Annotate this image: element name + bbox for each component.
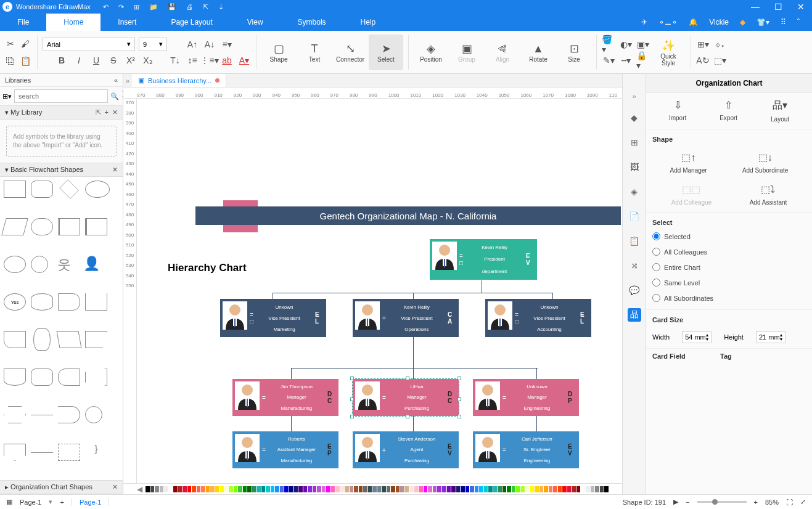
- color-swatch[interactable]: [539, 486, 544, 492]
- shadow-icon[interactable]: ◐▾: [619, 38, 633, 51]
- collapse-left-icon[interactable]: «: [114, 76, 118, 84]
- fit-icon[interactable]: ⛶: [786, 499, 793, 506]
- print-icon[interactable]: 🖨: [186, 3, 193, 11]
- color-swatch[interactable]: [442, 486, 446, 492]
- shape-user-icon[interactable]: 👤: [80, 256, 102, 273]
- shape-button[interactable]: ▢Shape: [261, 35, 296, 70]
- color-swatch[interactable]: [535, 486, 539, 492]
- maximize-icon[interactable]: ☐: [774, 2, 782, 12]
- color-swatch[interactable]: [326, 486, 330, 492]
- color-swatch[interactable]: [493, 486, 498, 492]
- color-swatch[interactable]: [359, 486, 363, 492]
- quick-style-button[interactable]: ✨Quick Style: [651, 35, 686, 70]
- shape-cylinder[interactable]: [31, 293, 53, 311]
- color-swatch[interactable]: [525, 486, 530, 492]
- color-swatch[interactable]: [298, 486, 303, 492]
- zoom-level[interactable]: 85%: [765, 499, 779, 506]
- shape-card[interactable]: [85, 293, 107, 311]
- shape-or[interactable]: [58, 406, 80, 423]
- italic-icon[interactable]: I: [72, 54, 86, 67]
- shape-document[interactable]: [4, 369, 26, 386]
- shape-style-icon[interactable]: ▣▾: [636, 38, 650, 51]
- expand-right-icon[interactable]: »: [632, 92, 636, 100]
- color-swatch[interactable]: [210, 486, 215, 492]
- color-swatch[interactable]: [146, 486, 150, 492]
- import-lib-icon[interactable]: ⇱: [96, 108, 101, 116]
- color-swatch[interactable]: [516, 486, 520, 492]
- shape-circle[interactable]: [31, 256, 48, 273]
- color-swatch[interactable]: [475, 486, 479, 492]
- color-swatch[interactable]: [428, 486, 432, 492]
- color-swatch[interactable]: [488, 486, 493, 492]
- canvas[interactable]: Gentech Organizational Map - N. Californ…: [137, 99, 622, 483]
- color-swatch[interactable]: [289, 486, 293, 492]
- add-manager-button[interactable]: ⬚↑Add Manager: [670, 152, 707, 174]
- redo-icon[interactable]: ↷: [118, 3, 124, 11]
- crop-icon[interactable]: ⟐▾: [713, 38, 727, 51]
- shape-rect[interactable]: [4, 181, 26, 198]
- close-org-icon[interactable]: ✕: [112, 483, 118, 491]
- shape-connector[interactable]: [85, 406, 102, 423]
- close-icon[interactable]: ✕: [797, 2, 805, 12]
- color-swatch[interactable]: [238, 486, 242, 492]
- tab-home[interactable]: Home: [46, 14, 100, 31]
- text-button[interactable]: TText: [297, 35, 332, 70]
- color-swatch[interactable]: [586, 486, 590, 492]
- color-swatch[interactable]: [382, 486, 386, 492]
- export-button[interactable]: ⇧Export: [720, 99, 737, 123]
- color-swatch[interactable]: [591, 486, 595, 492]
- add-lib-icon[interactable]: +: [105, 108, 109, 116]
- radio-selected[interactable]: Selected: [646, 229, 812, 244]
- color-swatch[interactable]: [354, 486, 358, 492]
- font-select[interactable]: Arial▾: [43, 38, 135, 51]
- color-swatch[interactable]: [275, 486, 279, 492]
- org-card-vp-marketing[interactable]: =□ UnkownVice PresidentMarketing E L: [220, 299, 326, 337]
- color-swatch[interactable]: [280, 486, 284, 492]
- org-card-sr-engineer[interactable]: = Carl JeffersonSr. EngineerEngineering …: [473, 431, 579, 468]
- color-swatch[interactable]: [521, 486, 525, 492]
- close-flowchart-icon[interactable]: ✕: [112, 166, 118, 174]
- zoom-out-icon[interactable]: −: [686, 499, 689, 506]
- color-swatch[interactable]: [160, 486, 164, 492]
- radio-same-level[interactable]: Same Level: [646, 275, 812, 290]
- decrease-font-icon[interactable]: A↓: [203, 38, 216, 51]
- color-swatch[interactable]: [595, 486, 599, 492]
- color-swatch[interactable]: [266, 486, 270, 492]
- more-icon[interactable]: ⇣: [218, 3, 224, 11]
- color-swatch[interactable]: [313, 486, 317, 492]
- tab-view[interactable]: View: [230, 14, 281, 31]
- color-swatch[interactable]: [600, 486, 604, 492]
- color-swatch[interactable]: [294, 486, 298, 492]
- my-library-label[interactable]: My Library: [10, 108, 42, 116]
- apps-icon[interactable]: ⠿: [781, 18, 786, 26]
- color-swatch[interactable]: [502, 486, 507, 492]
- color-swatch[interactable]: [447, 486, 451, 492]
- color-swatch[interactable]: [484, 486, 488, 492]
- color-swatch[interactable]: [247, 486, 252, 492]
- chevron-up-icon[interactable]: ˆ: [797, 18, 800, 26]
- color-swatch[interactable]: [206, 486, 210, 492]
- org-card-president[interactable]: =□ Kevin ReillyPresidentdepartment E V: [430, 239, 537, 280]
- bold-icon[interactable]: B: [55, 54, 68, 67]
- color-swatch[interactable]: [192, 486, 196, 492]
- paste-icon[interactable]: 📋: [18, 54, 32, 68]
- library-icon[interactable]: ⊞▾: [2, 92, 12, 100]
- fill-tool-icon[interactable]: ◆: [628, 111, 641, 124]
- send-icon[interactable]: ✈: [641, 18, 647, 26]
- superscript-icon[interactable]: X²: [124, 54, 137, 67]
- shape-roundrect[interactable]: [31, 181, 53, 198]
- color-swatch[interactable]: [178, 486, 182, 492]
- fullscreen-icon[interactable]: ⤢: [800, 498, 806, 506]
- user-label[interactable]: Vickie: [709, 18, 729, 26]
- zoom-in-icon[interactable]: +: [754, 499, 758, 506]
- org-card-vp-accounting[interactable]: =□ UnkownVice PresidentAccounting E L: [485, 299, 591, 337]
- layout-button[interactable]: 品▾Layout: [771, 99, 789, 123]
- minimize-icon[interactable]: —: [751, 2, 760, 12]
- cut-icon[interactable]: ✂: [4, 37, 17, 51]
- color-swatch[interactable]: [558, 486, 562, 492]
- color-swatch[interactable]: [433, 486, 437, 492]
- shape-display[interactable]: [4, 331, 26, 348]
- color-swatch[interactable]: [271, 486, 275, 492]
- color-swatch[interactable]: [437, 486, 441, 492]
- lock-icon[interactable]: 🔒▾: [636, 54, 650, 67]
